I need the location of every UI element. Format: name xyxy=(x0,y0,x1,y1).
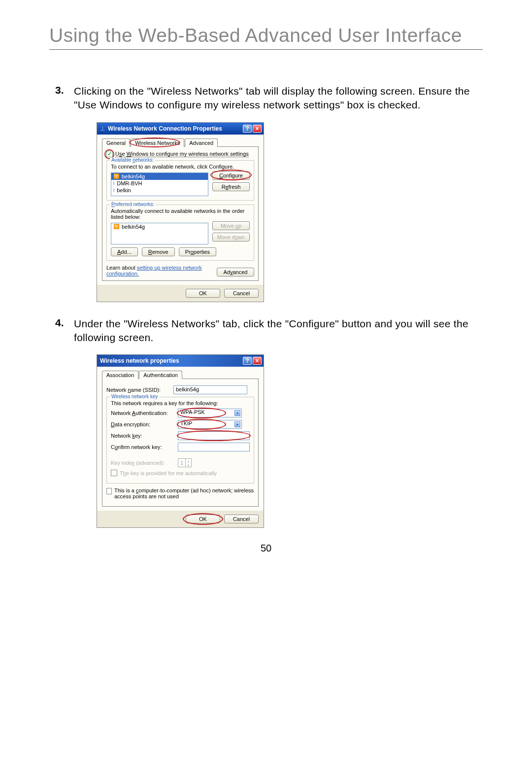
help-button[interactable]: ? xyxy=(243,357,252,365)
move-down-button[interactable]: Move down xyxy=(212,233,250,242)
available-networks-legend: Available networks: xyxy=(110,157,155,163)
network-key-input[interactable] xyxy=(178,431,250,440)
move-up-button[interactable]: Move up xyxy=(212,221,250,230)
tab-wireless-networks[interactable]: Wireless Networks xyxy=(131,138,184,147)
adhoc-checkbox[interactable]: ✓ xyxy=(106,488,112,494)
use-windows-label: Use Windows to configure my wireless net… xyxy=(115,151,249,157)
data-encryption-select[interactable]: TKIP ▾ xyxy=(178,420,242,429)
advanced-button[interactable]: Advanced xyxy=(217,268,254,276)
auth-label: Network Authentication: xyxy=(111,410,175,416)
tab-general[interactable]: General xyxy=(102,138,130,147)
enc-value: TKIP xyxy=(180,420,192,426)
adhoc-label: This is a computer-to-computer (ad hoc) … xyxy=(114,487,254,499)
step-3: 3. Clicking on the "Wireless Networks" t… xyxy=(49,84,483,112)
close-button[interactable]: × xyxy=(253,357,262,365)
close-button[interactable]: × xyxy=(253,125,262,133)
key-hint: This network requires a key for the foll… xyxy=(111,400,250,406)
list-item-label: belkin xyxy=(117,187,131,193)
dialog-title: Wireless network properties xyxy=(100,357,242,364)
cancel-button[interactable]: Cancel xyxy=(224,515,259,523)
list-item[interactable]: ibelkin xyxy=(111,187,208,194)
signal-icon: 🛜 xyxy=(113,173,119,179)
preferred-networks-legend: Preferred networks: xyxy=(110,202,156,207)
configure-button[interactable]: Configure xyxy=(212,171,250,180)
step-3-text: Clicking on the "Wireless Networks" tab … xyxy=(74,84,483,112)
preferred-networks-group: Preferred networks: Automatically connec… xyxy=(106,205,254,261)
titlebar: Wireless network properties ? × xyxy=(97,355,264,367)
list-item-label: DMR-BVH xyxy=(117,180,142,186)
tab-association[interactable]: Association xyxy=(102,371,138,379)
list-item[interactable]: iDMR-BVH xyxy=(111,180,208,187)
confirm-key-input[interactable] xyxy=(178,443,250,451)
signal-icon: i xyxy=(113,187,114,193)
auth-value: WPA-PSK xyxy=(180,409,205,415)
list-item-label: belkin54g xyxy=(122,224,145,230)
learn-about-text: Learn about setting up wireless network … xyxy=(106,265,205,276)
list-item-label: belkin54g xyxy=(122,173,145,179)
list-item[interactable]: 🛜belkin54g xyxy=(111,223,208,230)
available-hint: To connect to an available network, clic… xyxy=(111,164,250,170)
cancel-button[interactable]: Cancel xyxy=(224,289,259,298)
properties-button[interactable]: Properties xyxy=(179,247,216,256)
signal-icon: 🛜 xyxy=(113,224,119,229)
step-4-number: 4. xyxy=(49,317,74,345)
network-icon: ⊥ xyxy=(100,125,105,132)
network-authentication-select[interactable]: WPA-PSK ▾ xyxy=(178,409,242,417)
signal-icon: i xyxy=(113,180,114,186)
ok-button[interactable]: OK xyxy=(186,515,220,523)
key-index-spinner: 1 ▴▾ xyxy=(178,458,192,467)
chevron-down-icon: ▾ xyxy=(185,463,191,467)
help-button[interactable]: ? xyxy=(243,125,252,133)
available-networks-list[interactable]: 🛜belkin54g iDMR-BVH ibelkin xyxy=(111,173,208,196)
dialog-title: Wireless Network Connection Properties xyxy=(108,125,242,132)
tab-wireless-label: Wireless Networks xyxy=(135,140,180,146)
remove-button[interactable]: Remove xyxy=(142,247,175,256)
wireless-network-properties-dialog: Wireless network properties ? × Associat… xyxy=(97,354,264,528)
wireless-key-group: Wireless network key This network requir… xyxy=(106,397,254,484)
auto-key-checkbox: ✓ xyxy=(111,470,117,476)
available-networks-group: Available networks: To connect to an ava… xyxy=(106,160,254,201)
network-key-label: Network key: xyxy=(111,433,175,439)
preferred-hint: Automatically connect to available netwo… xyxy=(111,208,250,220)
preferred-networks-list[interactable]: 🛜belkin54g xyxy=(111,223,208,244)
chevron-down-icon: ▾ xyxy=(234,410,240,416)
auto-key-label: The key is provided for me automatically xyxy=(120,470,217,476)
ssid-input[interactable]: belkin54g xyxy=(173,385,247,394)
wireless-key-legend: Wireless network key xyxy=(110,394,159,399)
key-index-label: Key index (advanced): xyxy=(111,460,175,466)
page-number: 50 xyxy=(49,543,483,554)
encryption-label: Data encryption: xyxy=(111,421,175,427)
tab-authentication[interactable]: Authentication xyxy=(139,371,182,379)
key-index-value: 1 xyxy=(180,460,183,466)
step-3-number: 3. xyxy=(49,84,74,112)
step-4-text: Under the "Wireless Networks" tab, click… xyxy=(74,317,483,345)
page-title: Using the Web-Based Advanced User Interf… xyxy=(49,25,483,50)
titlebar: ⊥ Wireless Network Connection Properties… xyxy=(97,123,264,135)
chevron-down-icon: ▾ xyxy=(234,421,240,427)
add-button[interactable]: Add... xyxy=(111,247,138,256)
use-windows-checkbox[interactable]: ✓ xyxy=(106,151,113,157)
ok-button[interactable]: OK xyxy=(186,289,220,298)
step-4: 4. Under the "Wireless Networks" tab, cl… xyxy=(49,317,483,345)
list-item[interactable]: 🛜belkin54g xyxy=(111,173,208,180)
wireless-connection-properties-dialog: ⊥ Wireless Network Connection Properties… xyxy=(97,122,264,302)
chevron-up-icon: ▴ xyxy=(185,459,191,463)
tab-advanced[interactable]: Advanced xyxy=(185,138,218,147)
refresh-button[interactable]: Refresh xyxy=(212,182,250,191)
confirm-key-label: Confirm network key: xyxy=(111,444,175,450)
ssid-label: Network name (SSID): xyxy=(106,387,170,393)
